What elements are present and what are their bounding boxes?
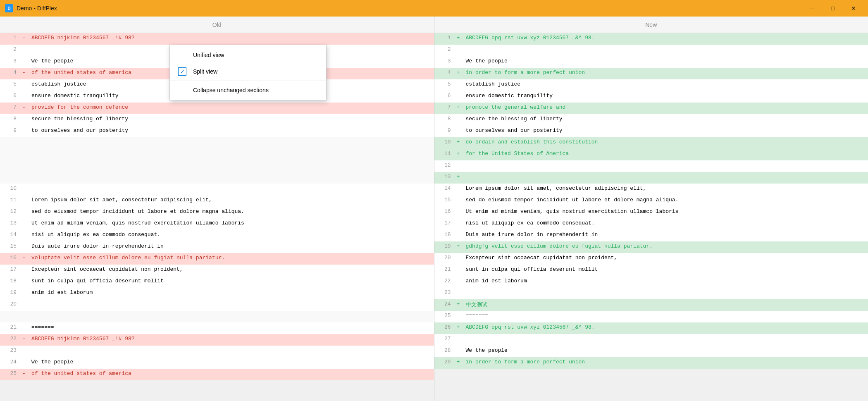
line-content: anim id est laborum (28, 288, 434, 299)
line-indicator (20, 91, 28, 103)
line-indicator (20, 79, 28, 91)
close-button[interactable]: ✕ (844, 2, 863, 14)
line-content: Excepteur sint occaecat cupidatat non pr… (463, 253, 868, 265)
line-indicator: - (20, 103, 28, 114)
maximize-button[interactable]: □ (823, 2, 842, 14)
table-row: 7-provide for the common defence (0, 103, 434, 114)
table-row: 11Lorem ipsum dolor sit amet, consectetu… (0, 195, 434, 207)
line-content: provide for the common defence (28, 103, 434, 114)
line-indicator (20, 172, 28, 184)
line-content: in order to form a more perfect union (463, 68, 868, 79)
line-number: 7 (434, 103, 454, 114)
table-row: 23 (0, 346, 434, 357)
menu-item-collapse[interactable]: Collapse unchanged sections (170, 82, 326, 98)
line-content (28, 299, 434, 311)
line-content (28, 172, 434, 184)
line-content: sed do eiusmod tempor incididunt ut labo… (463, 195, 868, 207)
line-content: promote the general welfare and (463, 103, 868, 114)
line-indicator (20, 195, 28, 207)
line-number: 9 (0, 126, 20, 137)
table-row: 27 (434, 334, 868, 346)
table-row (0, 160, 434, 172)
line-content: secure the blessing of liberty (463, 114, 868, 126)
line-number (0, 160, 20, 172)
line-number: 13 (0, 218, 20, 230)
line-indicator (20, 357, 28, 369)
menu-item-split[interactable]: Split view (170, 63, 326, 80)
context-menu: Unified view Split view Collapse unchang… (169, 45, 327, 100)
line-number: 9 (434, 126, 454, 137)
line-indicator (454, 45, 463, 56)
table-row: 20Excepteur sint occaecat cupidatat non … (434, 253, 868, 265)
table-row (0, 149, 434, 160)
table-row: 18sunt in culpa qui officia deserunt mol… (0, 276, 434, 288)
line-number: 20 (434, 253, 454, 265)
line-content (463, 160, 868, 172)
line-indicator (454, 56, 463, 68)
table-row: 16Ut enim ad minim veniam, quis nostrud … (434, 207, 868, 218)
line-indicator (454, 195, 463, 207)
line-indicator (454, 184, 463, 195)
table-row: 3We the people (434, 56, 868, 68)
line-number: 23 (434, 288, 454, 299)
line-content: sed do eiusmod tempor incididunt ut labo… (28, 207, 434, 218)
line-number: 17 (0, 265, 20, 276)
line-indicator: + (454, 137, 463, 149)
line-number: 16 (0, 253, 20, 265)
table-row: 14nisi ut aliquip ex ea commodo consequa… (0, 230, 434, 241)
line-number: 14 (0, 230, 20, 241)
new-panel: New 1+ABCDEFG opq rst uvw xyz 01234567 _… (434, 17, 868, 401)
table-row: 21sunt in culpa qui officia deserunt mol… (434, 265, 868, 276)
line-indicator (20, 160, 28, 172)
line-indicator: + (454, 322, 463, 334)
line-number: 21 (434, 265, 454, 276)
line-number: 28 (434, 346, 454, 357)
new-panel-body[interactable]: 1+ABCDEFG opq rst uvw xyz 01234567 _&^ 9… (434, 33, 868, 401)
table-row (0, 172, 434, 184)
line-content: voluptate velit esse cillum dolore eu fu… (28, 253, 434, 265)
split-check (178, 67, 186, 76)
table-row (0, 311, 434, 322)
line-number: 21 (0, 322, 20, 334)
line-indicator (454, 126, 463, 137)
line-indicator (20, 218, 28, 230)
collapse-check (178, 86, 186, 94)
table-row: 12sed do eiusmod tempor incididunt ut la… (0, 207, 434, 218)
line-indicator (20, 184, 28, 195)
table-row: 7+promote the general welfare and (434, 103, 868, 114)
line-indicator: + (454, 241, 463, 253)
line-content: We the people (463, 56, 868, 68)
line-content (463, 288, 868, 299)
line-content (28, 346, 434, 357)
main-content: Old 1-ABCDEFG hijklmn 01234567 _!# 98?23… (0, 17, 868, 401)
line-number: 7 (0, 103, 20, 114)
line-content: We the people (463, 346, 868, 357)
line-number: 23 (0, 346, 20, 357)
menu-item-unified[interactable]: Unified view (170, 47, 326, 63)
line-number (0, 311, 20, 322)
table-row: 11+for the United States of America (434, 149, 868, 160)
line-number: 12 (0, 207, 20, 218)
line-content (463, 45, 868, 56)
table-row: 9to ourselves and our posterity (434, 126, 868, 137)
line-indicator (454, 160, 463, 172)
line-content: Lorem ipsum dolor sit amet, consectetur … (463, 184, 868, 195)
line-indicator (20, 230, 28, 241)
line-content: sunt in culpa qui officia deserunt molli… (463, 265, 868, 276)
line-indicator: + (454, 149, 463, 160)
line-number: 13 (434, 172, 454, 184)
minimize-button[interactable]: — (803, 2, 822, 14)
split-label: Split view (193, 68, 217, 75)
menu-separator (170, 81, 326, 81)
line-indicator (454, 114, 463, 126)
table-row: 24We the people (0, 357, 434, 369)
line-number: 20 (0, 299, 20, 311)
line-number: 29 (434, 357, 454, 369)
line-content: do ordain and establish this constitutio… (463, 137, 868, 149)
line-content: of the united states of america (28, 369, 434, 380)
line-indicator (454, 288, 463, 299)
line-content: ABCDEFG opq rst uvw xyz 01234567 _&^ 98. (463, 322, 868, 334)
line-number: 17 (434, 218, 454, 230)
line-indicator: + (454, 299, 463, 311)
table-row: 19anim id est laborum (0, 288, 434, 299)
